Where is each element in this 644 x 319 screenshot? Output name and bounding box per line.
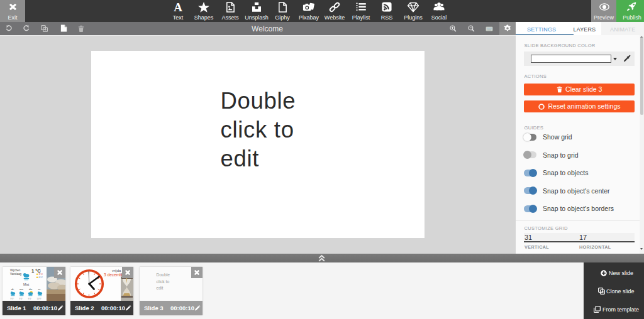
svg-text:wo.: wo. <box>19 288 24 291</box>
svg-text:Vandaag: Vandaag <box>10 273 21 276</box>
svg-text:do.: do. <box>29 288 33 291</box>
svg-text:3 decemb: 3 decemb <box>104 273 122 277</box>
svg-text:1°C: 1°C <box>39 273 43 276</box>
svg-text:Wijchen: Wijchen <box>10 269 21 272</box>
svg-text:9°4°: 9°4° <box>28 298 33 300</box>
svg-text:di.: di. <box>11 288 14 291</box>
svg-text:0°C: 0°C <box>39 276 43 279</box>
svg-text:9°3°: 9°3° <box>11 298 15 300</box>
svg-text:vrijda: vrijda <box>112 269 121 273</box>
svg-text:vr.: vr. <box>38 288 42 291</box>
svg-text:Mist: Mist <box>23 283 30 286</box>
svg-text:9°4°: 9°4° <box>19 298 24 300</box>
svg-text:10°8°: 10°8° <box>37 298 42 300</box>
